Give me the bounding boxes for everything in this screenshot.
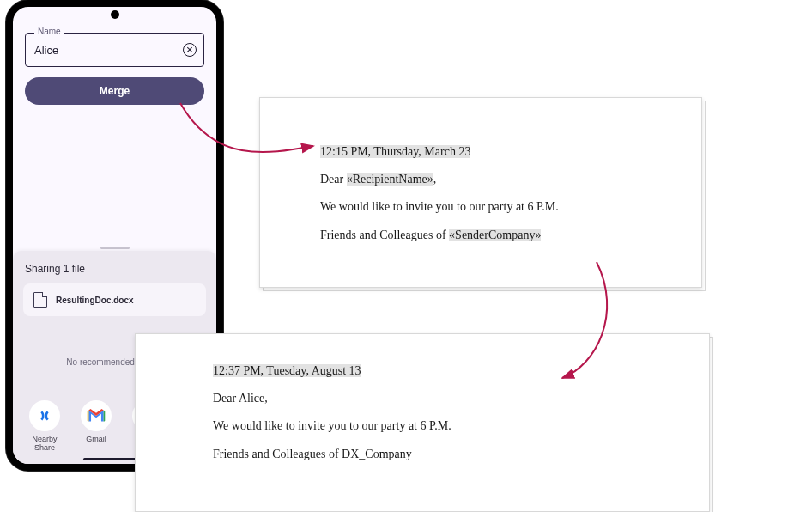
document-icon [33, 292, 47, 308]
file-card[interactable]: ResultingDoc.docx [23, 283, 206, 316]
sheet-drag-handle[interactable] [100, 247, 130, 249]
template-greeting: Dear «RecipientName», [320, 172, 641, 187]
share-target-label: Gmail [76, 435, 116, 443]
template-body: We would like to invite you to our party… [320, 199, 641, 215]
share-target-label: Nearby Share [25, 435, 64, 452]
nearby-share-icon [29, 400, 60, 431]
template-document: 12:15 PM, Thursday, March 23 Dear «Recip… [259, 97, 702, 288]
share-target-nearby[interactable]: Nearby Share [25, 400, 64, 452]
result-timestamp: 12:37 PM, Tuesday, August 13 [213, 364, 361, 377]
clear-icon[interactable] [183, 43, 197, 57]
file-name: ResultingDoc.docx [56, 296, 134, 305]
merge-button[interactable]: Merge [25, 77, 204, 105]
share-target-gmail[interactable]: Gmail [76, 400, 116, 452]
template-footer: Friends and Colleagues of «SenderCompany… [320, 228, 641, 243]
gmail-icon [81, 400, 112, 431]
result-greeting: Dear Alice, [213, 391, 632, 406]
merge-field-sender: «SenderCompany» [449, 229, 541, 241]
name-input[interactable] [33, 43, 183, 58]
share-title: Sharing 1 file [13, 251, 216, 282]
camera-notch [111, 10, 119, 19]
template-timestamp: 12:15 PM, Thursday, March 23 [320, 145, 470, 158]
result-footer: Friends and Colleagues of DX_Company [213, 447, 632, 462]
result-document: 12:37 PM, Tuesday, August 13 Dear Alice,… [135, 333, 710, 512]
result-body: We would like to invite you to our party… [213, 418, 632, 434]
name-field-label: Name [34, 27, 64, 36]
merge-field-recipient: «RecipientName» [347, 173, 433, 186]
name-field[interactable]: Name [25, 33, 204, 67]
